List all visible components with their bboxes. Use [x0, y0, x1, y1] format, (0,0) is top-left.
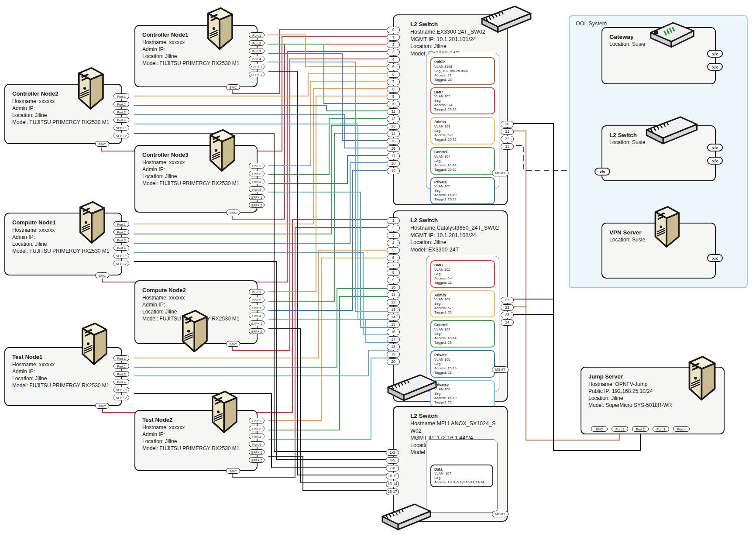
vlan-seg: Seg: — [434, 159, 491, 163]
vlan-tagged: Tagged: 23 — [434, 400, 491, 405]
node-test-node2: Test Node2 Hostname: xxxxxx Admin IP: Lo… — [134, 410, 258, 471]
vlan-tagged: Tagged: 23 — [434, 78, 491, 82]
switch-port-label: 23 — [501, 312, 514, 318]
node-port-list: Port.1Port.2Port.3Port.4SFP+.1SFP+.2 — [113, 221, 129, 266]
vlan-id: VLAN 105 — [434, 358, 491, 362]
ool-vpn-server-box: VPN Server Location: Susie x/x — [601, 223, 716, 279]
switch-port-label: 16-17 — [386, 489, 399, 495]
switch-port-label: 1 — [387, 217, 400, 224]
switch-port-label: 11 — [387, 108, 400, 115]
vlan-id: VLAN 106 — [434, 387, 491, 392]
vlan-id: VLAN: 107 — [434, 472, 489, 476]
port-label: SFP+.1 — [113, 253, 129, 258]
switch-port-label: 1 — [387, 34, 400, 41]
switch-port-label: 20 — [387, 358, 400, 365]
switch-port-label: 17 — [387, 336, 400, 343]
vlan-tagged: Tagged: 23 — [434, 371, 491, 375]
switch-left-ports: 1-24-57-810-1113-1416-17 — [386, 449, 399, 495]
vlan-tagged: Tagged: 23 — [434, 310, 491, 315]
node-controller-node3: Controller Node3 Hostname: xxxxxx Admin … — [134, 145, 258, 213]
wire-private2-test2 — [268, 358, 393, 439]
wire-data-test2 — [268, 456, 393, 491]
vlan-seg: Seg: — [434, 99, 491, 103]
xx-port-label: x/x — [707, 144, 723, 151]
node-port-list: Port.1Port.2Port.3Port.4SFP+.1SFP+.2 — [113, 355, 129, 400]
switch-port-label: 5 — [387, 247, 400, 254]
node-port-list: Port.1Port.2Port.3Port.4SFP+.1SFP+.2 — [249, 32, 265, 77]
switch-port-label: 21 — [501, 128, 514, 135]
port-label: Port.4 — [113, 117, 129, 123]
switch-port-label: 1-2 — [386, 449, 399, 456]
switch-port-label: 4-5 — [386, 457, 399, 464]
vlan-public: Public VLAN 3198 Seg: 192.168.25.0/24 Ac… — [430, 57, 495, 85]
switch-port-label: 22 — [501, 304, 514, 311]
jump-server-ports: BMCPort.1Port.2Port.3Port.4 — [591, 426, 690, 432]
switch-port-label: 0 — [387, 27, 400, 33]
wire-private2-test1 — [134, 350, 393, 376]
switch-port-label: 13-14 — [386, 481, 399, 487]
vlan-name: BMC — [434, 263, 491, 268]
xx-port-label: x/x — [707, 254, 723, 262]
switch-port-label: 18 — [387, 344, 400, 350]
node-model: Model: FUJITSU PRIMERGY RX2530 M1 — [12, 119, 119, 126]
bmc-port-label: BMC — [226, 468, 240, 474]
switch-port-label: 8 — [387, 86, 400, 93]
switch-left-ports: 1234567891011121314151617181920 — [387, 217, 400, 365]
switch-port-label: 13 — [387, 123, 400, 130]
bmc-port-label: BMC — [226, 210, 240, 215]
bmc-port-label: BMC — [226, 84, 240, 90]
server-icon — [73, 200, 110, 248]
switch-port-label: 15 — [387, 321, 400, 328]
vlan-panel: Public VLAN 3198 Seg: 192.168.25.0/24 Ac… — [426, 53, 499, 189]
switch-port-label: 10 — [387, 284, 400, 291]
node-test-node1: Test Node1 Hostname: xxxxxx Admin IP: Lo… — [4, 347, 122, 406]
switch-model: Model: EX3300-24T — [410, 246, 504, 254]
vlan-tagged: Tagged: 20,22 — [434, 197, 491, 202]
switch-hostname: Hostname:Catalyst3650_24T_SW02 — [410, 224, 504, 232]
vlan-tagged: Tagged: 20,22 — [434, 107, 491, 112]
xx-port-label: x/x — [707, 50, 723, 58]
node-info: Controller Node1 Hostname: xxxxxx Admin … — [135, 26, 257, 67]
port-label: Port.2 — [113, 101, 129, 107]
vlan-admin: Admin VLAN 103 Seg: Access: 5-9 Tagged: … — [430, 290, 495, 318]
switch-port-label: 10 — [387, 101, 400, 107]
gateway-ports: x/xx/x — [707, 50, 723, 71]
port-label: Port.1 — [249, 163, 265, 169]
port-label: Port.2 — [113, 229, 129, 235]
switch-mgmt-ip: MGMT IP: 10.1.201.102/24 — [410, 232, 504, 239]
port-label: SFP+.2 — [113, 133, 129, 138]
port-label: Port.3 — [249, 305, 265, 310]
port-label: Port.3 — [113, 237, 129, 243]
switch-port-label: 3 — [387, 49, 400, 55]
vlan-access: Access: 1-2,4-5,7-8,10-11,13-14 — [434, 480, 489, 485]
vpn-ports: x/x — [707, 254, 723, 262]
server-icon — [680, 355, 722, 405]
switch-port-label: 22 — [501, 136, 514, 142]
xx-port-label: x/x — [707, 157, 723, 165]
switch-port-label: 18 — [387, 160, 400, 167]
vlan-control: Control VLAN 104 Seg: Access: 10-14 Tagg… — [430, 147, 495, 175]
mgmt-port-label: MGMT — [492, 511, 509, 517]
switch-port-label: 12 — [387, 299, 400, 306]
switch-location: Location: Jiline — [410, 43, 504, 50]
server-icon — [75, 321, 112, 370]
vlan-seg: Seg: — [434, 476, 489, 480]
switch-port-label: 17 — [387, 153, 400, 159]
node-compute-node2: Compute Node2 Hostname: xxxxxx Admin IP:… — [134, 280, 258, 344]
vlan-admin: Admin VLAN 103 Seg: Access: 5-9 Tagged: … — [430, 117, 495, 145]
vlan-access: Access: 15-19 — [434, 396, 491, 400]
vlan-private: Private VLAN 105 Seg: Access: 15-19 Tagg… — [430, 350, 495, 378]
vlan-seg: Seg: — [434, 302, 491, 306]
vlan-id: VLAN 104 — [434, 327, 491, 332]
vlan-name: Private2 — [434, 383, 491, 388]
vlan-seg: Seg: — [434, 362, 491, 366]
vlan-seg: Seg: — [434, 392, 491, 396]
port-label: Port.4 — [249, 313, 265, 318]
port-label: BMC — [591, 426, 608, 432]
bmc-port-label: BMC — [226, 341, 240, 347]
switch-title: L2 Switch — [410, 217, 504, 224]
vlan-name: Control — [434, 323, 491, 327]
node-hostname: Hostname: xxxxxx — [142, 294, 254, 301]
port-label: Port.1 — [249, 289, 265, 295]
port-label: SFP+.1 — [249, 64, 265, 69]
